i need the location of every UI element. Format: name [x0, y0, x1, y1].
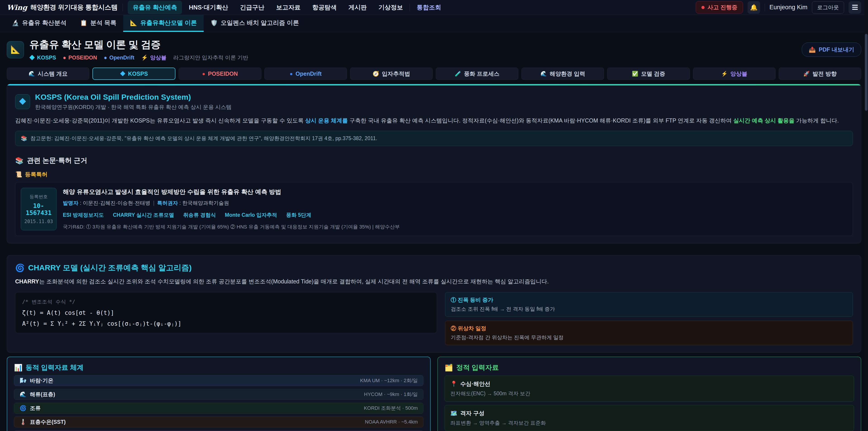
- callout-amplitude-ratio: ① 진폭 등비 증가 검조소 조위 진폭 f배 → 전 격자 동일 f배 증가: [445, 292, 853, 317]
- app-logo: Wing 해양환경 위기대응 통합시스템: [7, 3, 118, 12]
- tab-label: 풍화 프로세스: [464, 70, 499, 78]
- subtab-label: 오일펜스 배치 알고리즘 이론: [221, 19, 299, 27]
- code-comment: /* 변조조석 수식 */: [22, 298, 430, 305]
- tab-weathering-process[interactable]: 🧪 풍화 프로세스: [436, 68, 518, 80]
- kosps-description-part: 김혜진·이문진·오세웅·강준묵(2011)이 개발한 KOSPS는 유류오염사고…: [15, 117, 305, 124]
- badge-label: KOSPS: [37, 55, 56, 61]
- model-tab-bar: 🌊 시스템 개요 ◆ KOSPS ● POSEIDON ● OpenDrift …: [7, 68, 861, 80]
- lightning-icon: ⚡: [721, 71, 727, 77]
- alert-dot-icon: [702, 6, 705, 9]
- tide-formula-2: A²(t) = Σ Yᵢ² + 2Σ YᵢYⱼ cos[(σᵢ-σⱼ)t-(φᵢ…: [22, 320, 430, 327]
- tab-ensemble[interactable]: ⚡ 앙상블: [693, 68, 776, 80]
- nav-item-reports[interactable]: 보고자료: [271, 1, 305, 14]
- dynamic-row-wind-temp: 🌬️바람·기온 KMA UM · ~12km · 2회/일: [14, 375, 423, 386]
- check-icon: ✅: [632, 71, 638, 77]
- kosps-section: ◆ KOSPS (Korea Oil Spill Prediction Syst…: [7, 84, 861, 243]
- dynamic-row-sst: 🌡️표층수온(SST) NOAA AVHRR · ~5.4km: [14, 417, 423, 427]
- reference-box: 📚 참고문헌: 김혜진·이문진·오세웅·강준묵, "유출유 확산 예측 모델의 …: [15, 131, 853, 146]
- tab-label: KOSPS: [128, 70, 148, 77]
- tag-weathering-5steps[interactable]: 풍화 5단계: [286, 212, 311, 219]
- tab-system-overview[interactable]: 🌊 시스템 개요: [7, 68, 89, 80]
- tab-label: 모델 검증: [641, 70, 665, 78]
- pdf-export-button[interactable]: 📤 PDF 내보내기: [802, 42, 861, 57]
- kosps-diamond-icon-tile: ◆: [15, 94, 30, 109]
- subtab-oil-fence-theory[interactable]: 🛡️ 오일펜스 배치 알고리즘 이론: [204, 15, 306, 32]
- callout-description: 검조소 조위 진폭 f배 → 전 격자 동일 f배 증가: [451, 306, 847, 313]
- tab-marine-env-input[interactable]: 🌊 해양환경 입력: [522, 68, 604, 80]
- tab-model-validation[interactable]: ✅ 모델 검증: [607, 68, 690, 80]
- tide-formula-1: ζ(t) = A(t) cos[σt - θ(t)]: [22, 309, 430, 316]
- tab-kosps[interactable]: ◆ KOSPS: [92, 68, 176, 80]
- card-index-icon: 🗂️: [445, 364, 453, 372]
- static-item-title: 격자 구성: [460, 409, 485, 417]
- bell-icon: 🔔: [750, 4, 758, 11]
- tab-particle-tracking[interactable]: 🧭 입자추적법: [350, 68, 433, 80]
- main-nav: 유출유 확산예측 HNS·대기확산 긴급구난 보고자료 항공탐색 게시판 기상정…: [128, 1, 446, 14]
- clipboard-icon: 📋: [80, 20, 87, 26]
- nav-item-emergency-rescue[interactable]: 긴급구난: [235, 1, 269, 14]
- static-input-title-row: 🗂️ 정적 입력자료: [445, 363, 854, 372]
- kosps-description: 김혜진·이문진·오세웅·강준묵(2011)이 개발한 KOSPS는 유류오염사고…: [15, 116, 853, 125]
- lightning-icon: ⚡: [141, 55, 148, 61]
- charry-description-rest: 는 조화분석에 의한 검조소 실시간 조위와 조석 수치모델링에 의한 조류 공…: [39, 278, 549, 284]
- nav-item-air-search[interactable]: 항공탐색: [307, 1, 342, 14]
- subtab-label: 유출유 확산분석: [22, 19, 66, 27]
- dynamic-input-title-row: 📊 동적 입력자료 체계: [14, 363, 423, 372]
- tab-future-direction[interactable]: 🚀 발전 방향: [779, 68, 861, 80]
- page-scrollbar-track[interactable]: [864, 0, 868, 431]
- nav-item-integrated-search[interactable]: 통합조회: [412, 1, 446, 14]
- nav-item-weather[interactable]: 기상정보: [373, 1, 408, 14]
- subtab-label: 분석 목록: [90, 19, 116, 27]
- dynamic-row-tidal-current: 🌀조류 KORDI 조화분석 · 500m: [14, 403, 423, 413]
- tag-wind-driven-formula[interactable]: 취송류 경험식: [183, 212, 216, 219]
- bar-chart-icon: 📊: [14, 364, 22, 372]
- nav-item-board[interactable]: 게시판: [343, 1, 372, 14]
- diamond-icon: ◆: [29, 54, 35, 61]
- static-item-title: 수심·해안선: [460, 380, 490, 388]
- logout-button[interactable]: 로그아웃: [812, 1, 844, 13]
- tab-opendrift[interactable]: ● OpenDrift: [265, 68, 347, 80]
- patent-tags: ESI 방제정보지도 CHARRY 실시간 조류모델 취송류 경험식 Monte…: [63, 212, 400, 219]
- subtab-model-theory[interactable]: 📐 유출유확산모델 이론: [123, 15, 204, 32]
- kosps-highlight-operation: 상시 운용 체계를: [305, 117, 348, 124]
- cyclone-icon: 🌀: [20, 405, 26, 411]
- charry-section: 🌀 CHARRY 모델 (실시간 조류예측 핵심 알고리즘) CHARRY는 조…: [7, 255, 861, 352]
- top-navbar: Wing 해양환경 위기대응 통합시스템 유출유 확산예측 HNS·대기확산 긴…: [0, 0, 868, 15]
- nav-divider: [765, 4, 765, 11]
- nav-item-oil-spill-forecast[interactable]: 유출유 확산예측: [128, 1, 182, 14]
- patent-registration-box: 등록번호 10-1567431 2015.11.03: [21, 188, 57, 230]
- patent-holder-label: 특허권자: [157, 200, 178, 206]
- nav-item-hns-air[interactable]: HNS·대기확산: [184, 1, 233, 14]
- tab-label: 앙상블: [730, 70, 747, 78]
- kosps-subtitle: 한국해양연구원(KORDI) 개발 · 한국 해역 특화 유출유 확산 예측 상…: [35, 103, 231, 111]
- callout-description: 기준점-격자점 간 위상차는 진폭에 무관하게 일정: [451, 334, 847, 341]
- row-value: KMA UM · ~12km · 2회/일: [360, 377, 418, 384]
- papers-patents-heading-label: 관련 논문·특허 근거: [27, 156, 87, 165]
- tab-poseidon[interactable]: ● POSEIDON: [179, 68, 261, 80]
- page-subtitle: 라그랑지안 입자추적 이론 기반: [173, 54, 248, 61]
- badge-ensemble: ⚡ 앙상블: [141, 54, 166, 61]
- kosps-title: KOSPS (Korea Oil Spill Prediction System…: [35, 93, 231, 101]
- incident-status-badge[interactable]: 사고 진행중: [696, 1, 743, 13]
- tab-label: 발전 방향: [812, 70, 837, 78]
- compass-icon: 🧭: [373, 71, 379, 77]
- tag-charry-model[interactable]: CHARRY 실시간 조류모델: [113, 212, 174, 219]
- page-scrollbar-thumb[interactable]: [865, 34, 868, 111]
- tag-esi-map[interactable]: ESI 방제정보지도: [63, 212, 104, 219]
- app-title: 해양환경 위기대응 통합시스템: [30, 3, 118, 12]
- diamond-icon: ◆: [120, 70, 125, 77]
- registered-patent-label-text: 등록특허: [25, 171, 48, 178]
- notification-bell-button[interactable]: 🔔: [747, 1, 760, 14]
- pin-icon: 📍: [450, 380, 457, 387]
- hamburger-icon: ☰: [852, 3, 858, 11]
- hamburger-menu-button[interactable]: ☰: [848, 1, 861, 14]
- subtab-spill-analysis[interactable]: 🔬 유출유 확산분석: [5, 15, 73, 32]
- triangle-ruler-icon: 📐: [10, 45, 20, 54]
- wave-icon: 🌊: [20, 391, 26, 398]
- tab-label: 해양환경 입력: [550, 70, 585, 78]
- page-title-icon-tile: 📐: [7, 41, 24, 58]
- tag-monte-carlo[interactable]: Monte Carlo 입자추적: [225, 212, 277, 219]
- tab-label: OpenDrift: [296, 70, 322, 77]
- subtab-analysis-list[interactable]: 📋 분석 목록: [73, 15, 123, 32]
- row-value: NOAA AVHRR · ~5.4km: [365, 419, 418, 425]
